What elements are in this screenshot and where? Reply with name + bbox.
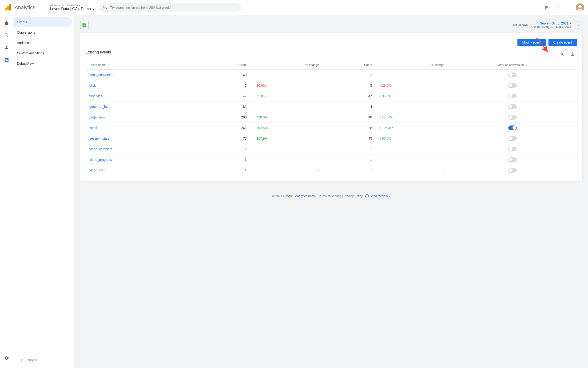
table-search-button[interactable] xyxy=(558,50,566,58)
svg-rect-0 xyxy=(5,8,7,11)
users-cell: 5 xyxy=(323,80,376,91)
count-cell: 75 xyxy=(197,133,250,144)
footer-feedback-icon: 💬 xyxy=(365,194,369,198)
footer-terms-link[interactable]: Terms of Service xyxy=(318,194,341,198)
conversion-toggle-cell[interactable] xyxy=(448,155,577,165)
conversion-toggle[interactable] xyxy=(508,168,517,173)
account-name[interactable]: Loves Data | GA4 Demo xyxy=(50,7,94,11)
event-name-cell[interactable]: click xyxy=(86,80,197,91)
sidebar-person-icon[interactable] xyxy=(1,42,12,53)
date-help-button[interactable]: ? xyxy=(575,21,582,29)
analytics-logo-icon xyxy=(4,3,12,12)
app-logo: Analytics xyxy=(4,3,41,12)
footer-analytics-home-link[interactable]: Analytics home xyxy=(295,194,316,198)
count-cell: 40 xyxy=(197,70,250,80)
table-row: session_start75167.9%4587.5% xyxy=(86,133,577,144)
conversion-toggle[interactable] xyxy=(508,115,517,120)
col-header-conversion: Mark as conversion ? xyxy=(448,60,577,70)
help-icon-button[interactable]: ? xyxy=(553,3,562,12)
app-title: Analytics xyxy=(15,4,35,11)
users-cell: 1 xyxy=(323,165,376,176)
conversion-toggle[interactable] xyxy=(508,73,517,77)
count-cell: 286 xyxy=(197,112,250,123)
search-icon: 🔍 xyxy=(103,5,108,10)
count-change-cell: 420.0% xyxy=(250,112,323,123)
more-options-icon-button[interactable]: ⋮ xyxy=(564,3,574,12)
sidebar-reports-icon[interactable] xyxy=(1,54,12,65)
table-row: bens_conversion40-2- xyxy=(86,70,577,80)
table-row: click730.0%528.6% xyxy=(86,80,577,91)
conversion-toggle-cell[interactable] xyxy=(448,133,577,144)
users-cell: 47 xyxy=(323,91,376,101)
nav-collapse-section: Collapse xyxy=(13,352,74,368)
date-range-picker[interactable]: Sep 9 - Oct 6, 2021 ▾ xyxy=(540,21,571,25)
table-row: first_visit4795.8%4795.8% xyxy=(86,91,577,101)
col-header-users-change: % change xyxy=(376,60,448,70)
conversion-toggle-cell[interactable] xyxy=(448,91,577,101)
table-row: generate_lead82-4- xyxy=(86,101,577,112)
event-name-cell[interactable]: first_visit xyxy=(86,91,197,101)
event-name-cell[interactable]: video_progress xyxy=(86,155,197,165)
footer-privacy-link[interactable]: Privacy Policy xyxy=(344,194,363,198)
table-download-button[interactable] xyxy=(568,50,577,58)
nav-item-audiences[interactable]: Audiences xyxy=(13,38,72,47)
count-cell: 1 xyxy=(197,165,250,176)
col-header-event-name[interactable]: Event name ↑ xyxy=(86,60,197,70)
users-cell: 4 xyxy=(323,101,376,112)
conversion-toggle[interactable] xyxy=(508,104,517,109)
conversion-toggle-cell[interactable] xyxy=(448,101,577,112)
footer-feedback-link[interactable]: Send feedback xyxy=(370,194,390,198)
conversion-toggle[interactable] xyxy=(508,83,517,88)
users-cell: 48 xyxy=(323,112,376,123)
apps-icon-button[interactable]: ⊞ xyxy=(542,3,551,12)
conversion-toggle-cell[interactable] xyxy=(448,144,577,155)
users-change-cell: - xyxy=(376,165,448,176)
users-change-cell: - xyxy=(376,70,448,80)
conversion-toggle-cell[interactable] xyxy=(448,112,577,123)
table-header-row: Event name ↑ Count % change Users % chan… xyxy=(86,60,577,70)
conversion-help-icon[interactable]: ? xyxy=(526,63,527,67)
event-name-cell[interactable]: scroll xyxy=(86,123,197,133)
existing-events-title: Existing events xyxy=(86,50,111,54)
sidebar-bottom-section xyxy=(1,352,12,364)
account-selector[interactable]: All accounts > Loves Data Loves Data | G… xyxy=(46,4,94,11)
conversion-toggle[interactable] xyxy=(508,94,517,98)
footer-copyright: © 2021 Google xyxy=(272,194,293,198)
svg-point-4 xyxy=(578,5,582,8)
create-event-button[interactable]: Create event xyxy=(548,39,577,46)
users-change-cell: 87.5% xyxy=(376,133,448,144)
sidebar-search-icon[interactable] xyxy=(1,30,12,41)
conversion-toggle[interactable] xyxy=(508,147,517,151)
sidebar-settings-icon[interactable] xyxy=(1,352,12,364)
event-name-cell[interactable]: video_start xyxy=(86,165,197,176)
conversion-toggle-cell[interactable] xyxy=(448,80,577,91)
conversion-toggle-cell[interactable] xyxy=(448,165,577,176)
nav-collapse-button[interactable]: Collapse xyxy=(17,356,70,364)
save-report-button[interactable] xyxy=(80,21,88,29)
conversion-toggle-cell[interactable] xyxy=(448,70,577,80)
nav-item-events[interactable]: Events xyxy=(13,18,72,27)
card-actions: Modify event Create event xyxy=(86,39,577,46)
event-name-cell[interactable]: session_start xyxy=(86,133,197,144)
search-container: 🔍 xyxy=(100,3,241,12)
event-name-cell[interactable]: generate_lead xyxy=(86,101,197,112)
users-change-cell: 28.6% xyxy=(376,80,448,91)
event-name-cell[interactable]: video_complete xyxy=(86,144,197,155)
nav-item-debugview[interactable]: DebugView xyxy=(13,59,72,68)
col-header-users: Users xyxy=(323,60,376,70)
table-row: video_progress1-1- xyxy=(86,155,577,165)
nav-item-custom-definitions[interactable]: Custom definitions xyxy=(13,48,72,58)
nav-item-conversions[interactable]: Conversions xyxy=(13,28,72,37)
search-input[interactable] xyxy=(100,3,241,12)
last-days-label: Last 28 days xyxy=(512,23,527,27)
event-name-cell[interactable]: page_view xyxy=(86,112,197,123)
modify-event-button[interactable]: Modify event xyxy=(518,39,545,46)
conversion-toggle[interactable] xyxy=(508,157,517,162)
conversion-toggle[interactable] xyxy=(508,126,517,130)
conversion-toggle[interactable] xyxy=(508,136,517,141)
user-avatar[interactable] xyxy=(576,3,584,12)
sidebar-home-icon[interactable] xyxy=(1,18,12,29)
users-cell: 45 xyxy=(323,133,376,144)
event-name-cell[interactable]: bens_conversion xyxy=(86,70,197,80)
conversion-toggle-cell[interactable] xyxy=(448,123,577,133)
